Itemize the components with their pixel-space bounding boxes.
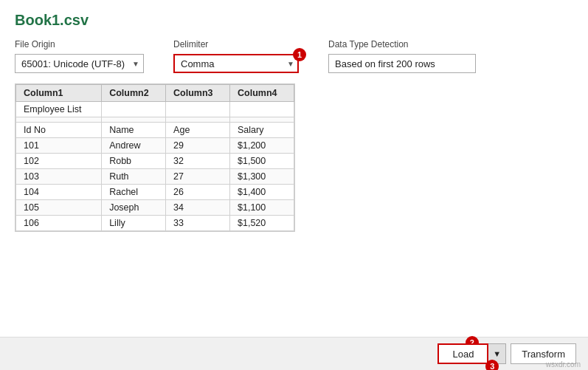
table-row bbox=[16, 117, 294, 123]
load-button-group: 2 Load ▼ Load 3 bbox=[437, 343, 506, 364]
table-header-row: Column1 Column2 Column3 Column4 bbox=[16, 85, 294, 102]
cell-6-0: 104 bbox=[16, 185, 102, 200]
bottom-bar: 2 Load ▼ Load 3 Transform wsxdr.com bbox=[0, 337, 588, 370]
cell-1-1 bbox=[102, 117, 166, 123]
cell-2-0: Id No bbox=[16, 123, 102, 138]
cell-5-0: 103 bbox=[16, 169, 102, 185]
cell-1-0 bbox=[16, 117, 102, 123]
table-row: 106Lilly33$1,520 bbox=[16, 216, 294, 231]
delimiter-badge: 1 bbox=[293, 48, 306, 61]
table-row: 104Rachel26$1,400 bbox=[16, 185, 294, 200]
col-header-3: Column3 bbox=[166, 85, 230, 102]
delimiter-label: Delimiter bbox=[173, 39, 299, 49]
cell-8-2: 33 bbox=[166, 216, 230, 231]
cell-7-3: $1,100 bbox=[230, 200, 294, 216]
cell-2-2: Age bbox=[166, 123, 230, 138]
badge-3: 3 bbox=[485, 360, 499, 370]
table-row: 102Robb32$1,500 bbox=[16, 154, 294, 169]
cell-7-2: 34 bbox=[166, 200, 230, 216]
cell-2-1: Name bbox=[102, 123, 166, 138]
cell-7-1: Joseph bbox=[102, 200, 166, 216]
cell-8-3: $1,520 bbox=[230, 216, 294, 231]
cell-3-1: Andrew bbox=[102, 138, 166, 154]
page-title: Book1.csv bbox=[15, 12, 573, 29]
table-row: 105Joseph34$1,100 bbox=[16, 200, 294, 216]
cell-3-0: 101 bbox=[16, 138, 102, 154]
cell-6-1: Rachel bbox=[102, 185, 166, 200]
cell-4-2: 32 bbox=[166, 154, 230, 169]
cell-0-2 bbox=[166, 102, 230, 117]
cell-0-0: Employee List bbox=[16, 102, 102, 117]
controls-row: File Origin 65001: Unicode (UTF-8) ▼ Del… bbox=[15, 39, 573, 73]
table-row: Id NoNameAgeSalary bbox=[16, 123, 294, 138]
cell-3-3: $1,200 bbox=[230, 138, 294, 154]
file-origin-select-wrapper[interactable]: 65001: Unicode (UTF-8) ▼ bbox=[15, 54, 144, 73]
data-type-detection-value: Based on first 200 rows bbox=[328, 54, 476, 73]
cell-5-3: $1,300 bbox=[230, 169, 294, 185]
cell-4-0: 102 bbox=[16, 154, 102, 169]
file-origin-select[interactable]: 65001: Unicode (UTF-8) bbox=[15, 54, 144, 73]
col-header-4: Column4 bbox=[230, 85, 294, 102]
col-header-2: Column2 bbox=[102, 85, 166, 102]
delimiter-select[interactable]: Comma bbox=[173, 54, 299, 73]
cell-1-2 bbox=[166, 117, 230, 123]
col-header-1: Column1 bbox=[16, 85, 102, 102]
cell-3-2: 29 bbox=[166, 138, 230, 154]
delimiter-group: Delimiter Comma ▼ 1 bbox=[173, 39, 299, 73]
cell-0-1 bbox=[102, 102, 166, 117]
cell-4-1: Robb bbox=[102, 154, 166, 169]
data-type-detection-group: Data Type Detection Based on first 200 r… bbox=[328, 39, 476, 73]
cell-8-0: 106 bbox=[16, 216, 102, 231]
data-type-detection-label: Data Type Detection bbox=[328, 39, 476, 49]
cell-1-3 bbox=[230, 117, 294, 123]
watermark: wsxdr.com bbox=[546, 360, 581, 369]
main-container: Book1.csv File Origin 65001: Unicode (UT… bbox=[0, 0, 588, 370]
table-row: 103Ruth27$1,300 bbox=[16, 169, 294, 185]
preview-table-container: Column1 Column2 Column3 Column4 Employee… bbox=[15, 83, 295, 232]
cell-6-2: 26 bbox=[166, 185, 230, 200]
cell-5-1: Ruth bbox=[102, 169, 166, 185]
table-row: 101Andrew29$1,200 bbox=[16, 138, 294, 154]
delimiter-select-wrapper[interactable]: Comma ▼ 1 bbox=[173, 54, 299, 73]
load-button[interactable]: Load bbox=[437, 343, 488, 364]
cell-5-2: 27 bbox=[166, 169, 230, 185]
cell-2-3: Salary bbox=[230, 123, 294, 138]
table-row: Employee List bbox=[16, 102, 294, 117]
cell-7-0: 105 bbox=[16, 200, 102, 216]
cell-8-1: Lilly bbox=[102, 216, 166, 231]
file-origin-group: File Origin 65001: Unicode (UTF-8) ▼ bbox=[15, 39, 144, 73]
preview-table: Column1 Column2 Column3 Column4 Employee… bbox=[15, 84, 294, 231]
cell-6-3: $1,400 bbox=[230, 185, 294, 200]
cell-4-3: $1,500 bbox=[230, 154, 294, 169]
cell-0-3 bbox=[230, 102, 294, 117]
file-origin-label: File Origin bbox=[15, 39, 144, 49]
